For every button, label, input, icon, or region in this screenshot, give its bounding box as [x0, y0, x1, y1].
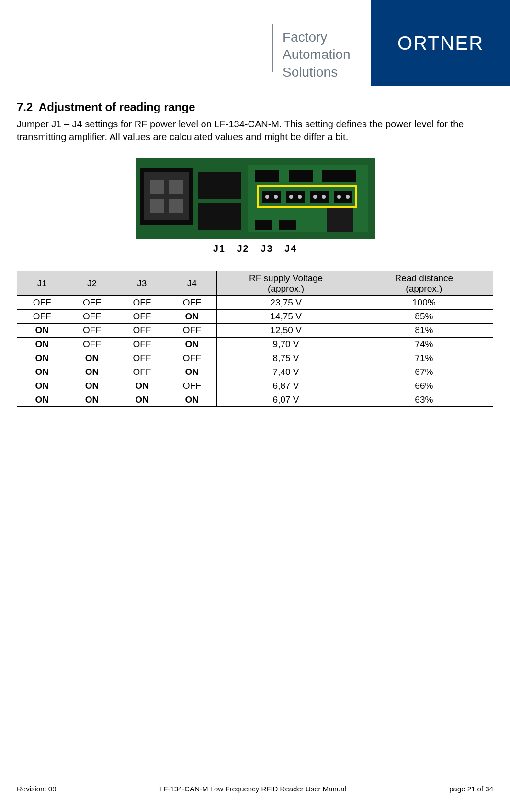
cell-rf-voltage: 8,75 V [217, 351, 355, 365]
svg-point-21 [265, 195, 269, 199]
svg-rect-20 [334, 191, 352, 203]
cell-j3: OFF [117, 365, 167, 379]
cell-j2: ON [67, 379, 117, 393]
cell-j1: ON [17, 338, 67, 351]
col-header-j2: J2 [67, 271, 117, 296]
cell-j2: OFF [67, 296, 117, 310]
page-footer: Revision: 09 LF-134-CAN-M Low Frequency … [17, 785, 493, 793]
brand-logo: ORTNER [371, 0, 510, 86]
col-header-rd-l2: (approx.) [406, 283, 442, 293]
svg-rect-6 [169, 199, 183, 213]
cell-j1: ON [17, 393, 67, 407]
cell-read-distance: 85% [355, 310, 493, 324]
cell-j4: ON [167, 365, 217, 379]
cell-j3: OFF [117, 310, 167, 324]
cell-j4: OFF [167, 296, 217, 310]
cell-j3: OFF [117, 351, 167, 365]
cell-j4: ON [167, 393, 217, 407]
section-heading: 7.2 Adjustment of reading range [17, 101, 493, 114]
jumper-settings-table: J1 J2 J3 J4 RF supply Voltage (approx.) … [17, 271, 493, 407]
jumper-labels: J1 J2 J3 J4 [17, 243, 493, 254]
cell-j3: ON [117, 393, 167, 407]
col-header-rf-l2: (approx.) [268, 283, 304, 293]
cell-j3: OFF [117, 296, 167, 310]
cell-j4: OFF [167, 379, 217, 393]
tagline-line: Factory [283, 29, 362, 46]
svg-rect-18 [286, 191, 305, 203]
pcb-image [136, 158, 375, 239]
svg-point-25 [313, 195, 317, 199]
cell-read-distance: 100% [355, 296, 493, 310]
svg-rect-11 [289, 170, 313, 182]
table-row: ONONONOFF6,87 V66% [17, 379, 493, 393]
table-row: OFFOFFOFFOFF23,75 V100% [17, 296, 493, 310]
cell-j1: OFF [17, 296, 67, 310]
cell-j3: ON [117, 379, 167, 393]
svg-rect-13 [255, 220, 272, 230]
table-row: ONONOFFON7,40 V67% [17, 365, 493, 379]
cell-j4: ON [167, 338, 217, 351]
col-header-rd: Read distance (approx.) [355, 271, 493, 296]
cell-j2: OFF [67, 324, 117, 338]
footer-revision: Revision: 09 [17, 785, 57, 793]
svg-rect-10 [255, 170, 279, 182]
col-header-j3: J3 [117, 271, 167, 296]
svg-rect-15 [327, 206, 353, 232]
section-title-text: Adjustment of reading range [39, 101, 195, 113]
svg-rect-4 [169, 180, 183, 194]
cell-j1: ON [17, 324, 67, 338]
cell-j2: ON [67, 365, 117, 379]
cell-rf-voltage: 6,87 V [217, 379, 355, 393]
svg-rect-14 [279, 220, 296, 230]
svg-rect-3 [150, 180, 164, 194]
svg-point-23 [289, 195, 293, 199]
cell-read-distance: 66% [355, 379, 493, 393]
cell-j4: OFF [167, 351, 217, 365]
cell-rf-voltage: 12,50 V [217, 324, 355, 338]
table-row: ONOFFOFFOFF12,50 V81% [17, 324, 493, 338]
col-header-rf-l1: RF supply Voltage [249, 273, 323, 283]
svg-point-22 [274, 195, 278, 199]
footer-page: page 21 of 34 [449, 785, 493, 793]
page-content: 7.2 Adjustment of reading range Jumper J… [17, 101, 493, 407]
col-header-rf: RF supply Voltage (approx.) [217, 271, 355, 296]
table-row: ONONONON6,07 V63% [17, 393, 493, 407]
col-header-j1: J1 [17, 271, 67, 296]
cell-j1: ON [17, 365, 67, 379]
cell-read-distance: 74% [355, 338, 493, 351]
section-intro: Jumper J1 – J4 settings for RF power lev… [17, 118, 493, 144]
cell-j2: OFF [67, 338, 117, 351]
svg-point-24 [298, 195, 302, 199]
section-number: 7.2 [17, 101, 33, 113]
cell-j2: ON [67, 393, 117, 407]
cell-j4: ON [167, 310, 217, 324]
cell-j1: ON [17, 379, 67, 393]
svg-rect-12 [322, 170, 356, 182]
svg-rect-7 [198, 172, 241, 199]
cell-j2: OFF [67, 310, 117, 324]
page-header: Factory Automation Solutions ORTNER [272, 0, 510, 86]
header-tagline: Factory Automation Solutions [283, 0, 371, 86]
table-header-row: J1 J2 J3 J4 RF supply Voltage (approx.) … [17, 271, 493, 296]
cell-rf-voltage: 9,70 V [217, 338, 355, 351]
svg-rect-19 [310, 191, 329, 203]
cell-read-distance: 67% [355, 365, 493, 379]
cell-j3: OFF [117, 338, 167, 351]
cell-j1: ON [17, 351, 67, 365]
cell-rf-voltage: 7,40 V [217, 365, 355, 379]
table-row: ONOFFOFFON9,70 V74% [17, 338, 493, 351]
svg-point-26 [322, 195, 326, 199]
cell-j4: OFF [167, 324, 217, 338]
cell-rf-voltage: 23,75 V [217, 296, 355, 310]
cell-rf-voltage: 14,75 V [217, 310, 355, 324]
svg-rect-5 [150, 199, 164, 213]
cell-read-distance: 63% [355, 393, 493, 407]
svg-point-28 [346, 195, 350, 199]
header-divider [272, 24, 273, 72]
col-header-j4: J4 [167, 271, 217, 296]
cell-j2: ON [67, 351, 117, 365]
svg-rect-17 [262, 191, 281, 203]
tagline-line: Automation [283, 46, 362, 63]
cell-rf-voltage: 6,07 V [217, 393, 355, 407]
cell-j3: OFF [117, 324, 167, 338]
